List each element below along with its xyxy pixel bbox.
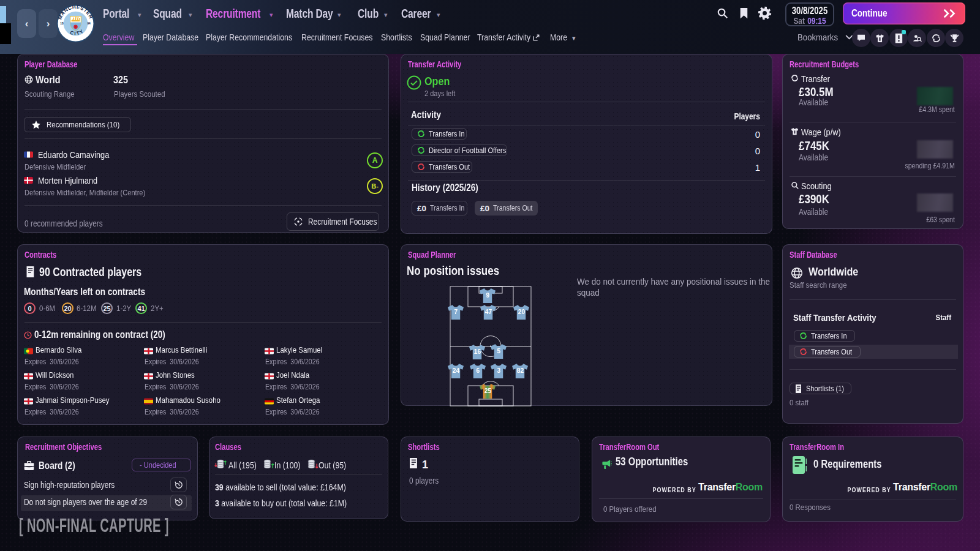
- svg-text:94: 94: [87, 22, 91, 25]
- svg-text:18: 18: [60, 22, 64, 25]
